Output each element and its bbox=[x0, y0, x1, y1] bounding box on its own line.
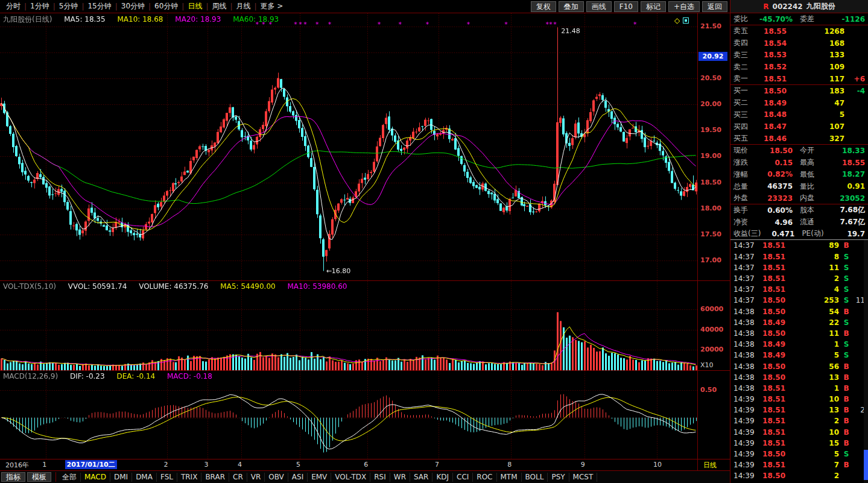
volume-canvas[interactable] bbox=[0, 281, 697, 370]
tick-price: 18.50 bbox=[758, 308, 785, 316]
indicator-dma[interactable]: DMA bbox=[132, 473, 157, 482]
add-favorite-button[interactable]: +自选 bbox=[668, 1, 700, 12]
period-tab-4[interactable]: 15分钟 bbox=[84, 1, 115, 11]
period-tab-3[interactable]: 5分钟 bbox=[55, 1, 82, 11]
diamond-icon[interactable]: ◇ bbox=[674, 16, 680, 25]
restore-window-icon[interactable] bbox=[683, 17, 689, 24]
tick-volume: 2 bbox=[785, 274, 842, 283]
stat-value: 0.471 bbox=[761, 230, 794, 238]
bid-row-3-volume: 5 bbox=[787, 110, 844, 119]
period-tab-1[interactable]: 分时 bbox=[2, 1, 24, 11]
period-tab-10[interactable]: 更多 > bbox=[257, 1, 287, 11]
tick-row: 14:3818.5056B bbox=[730, 361, 868, 371]
macd-axis: 0.50 bbox=[697, 371, 730, 459]
tick-row: 14:3718.518S bbox=[730, 251, 868, 262]
indicator-cr[interactable]: CR bbox=[229, 473, 247, 482]
tick-volume: 11 bbox=[785, 329, 842, 338]
chart-section: 分时|1分钟|5分钟|15分钟|30分钟|60分钟|日线|周线|月线|更多 > … bbox=[0, 0, 730, 483]
draw-line-button[interactable]: 画线 bbox=[586, 1, 612, 12]
month-label: 6 bbox=[364, 461, 368, 469]
price-tick-label: 20.50 bbox=[700, 74, 721, 82]
indicator-trix[interactable]: TRIX bbox=[177, 473, 201, 482]
indicator-roc[interactable]: ROC bbox=[473, 473, 496, 482]
volume-axis: 600004000020000X10 bbox=[697, 281, 730, 370]
indicator-dmi[interactable]: DMI bbox=[110, 473, 132, 482]
volume-tick-label: 20000 bbox=[700, 346, 723, 353]
tick-time: 14:37 bbox=[733, 241, 758, 250]
mark-button[interactable]: 标记 bbox=[641, 1, 666, 12]
bid-row-4-label: 买四 bbox=[733, 122, 759, 132]
indicator-sar[interactable]: SAR bbox=[410, 473, 432, 482]
indicator-obv[interactable]: OBV bbox=[265, 473, 288, 482]
bid-row-3-price: 18.48 bbox=[759, 110, 787, 119]
price-tick-label: 18.00 bbox=[700, 204, 721, 212]
tab-indicators[interactable]: 指标 bbox=[1, 472, 25, 482]
month-label: 9 bbox=[581, 461, 585, 469]
overlay-button[interactable]: 叠加 bbox=[559, 1, 584, 12]
stat-value: 19.7 bbox=[837, 230, 865, 238]
indicator-mtm[interactable]: MTM bbox=[497, 473, 522, 482]
indicator-emv[interactable]: EMV bbox=[308, 473, 331, 482]
indicator-mcst[interactable]: MCST bbox=[569, 473, 598, 482]
tick-price: 18.51 bbox=[758, 253, 785, 261]
stat-label: 现价 bbox=[733, 145, 759, 156]
ask-row-2-price: 18.52 bbox=[759, 63, 787, 71]
macd-canvas[interactable] bbox=[0, 371, 697, 459]
scrollbar-thumb[interactable] bbox=[864, 450, 868, 480]
indicator-macd[interactable]: MACD bbox=[81, 473, 110, 482]
tick-time: 14:38 bbox=[733, 351, 758, 359]
year-label: 2016年 bbox=[5, 461, 29, 470]
tick-price: 18.50 bbox=[758, 296, 785, 305]
stat-row: 外盘23323内盘23052 bbox=[730, 192, 868, 204]
indicator-vr[interactable]: VR bbox=[247, 473, 265, 482]
candlestick-canvas[interactable] bbox=[0, 13, 697, 280]
tick-price: 18.51 bbox=[758, 285, 785, 294]
time-axis: 2016年123456789102017/01/10二 日线 bbox=[0, 459, 730, 470]
tick-volume: 15 bbox=[785, 439, 842, 447]
ask-row-5: 卖五18.551268 bbox=[730, 25, 868, 37]
stat-value: 0.91 bbox=[837, 182, 865, 191]
indicator-wr[interactable]: WR bbox=[390, 473, 410, 482]
indicator-brar[interactable]: BRAR bbox=[201, 473, 229, 482]
indicator-fsl[interactable]: FSL bbox=[157, 473, 177, 482]
stock-code: 002242 bbox=[773, 2, 803, 11]
indicator-cci[interactable]: CCI bbox=[453, 473, 473, 482]
stat-label: PE(动) bbox=[794, 229, 837, 239]
bid-row-4-volume: 107 bbox=[787, 122, 844, 131]
scrollbar[interactable] bbox=[864, 240, 868, 483]
period-tab-5[interactable]: 30分钟 bbox=[118, 1, 148, 11]
period-tab-2[interactable]: 1分钟 bbox=[27, 1, 53, 11]
tick-row: 14:3918.5110B bbox=[730, 394, 868, 405]
chart-corner-icons: ◇ bbox=[674, 16, 689, 25]
bid-row-1-delta: -4 bbox=[844, 87, 865, 95]
tick-price: 18.51 bbox=[758, 417, 785, 425]
indicator-boll[interactable]: BOLL bbox=[522, 473, 548, 482]
tick-time: 14:39 bbox=[733, 417, 758, 425]
indicator-asi[interactable]: ASI bbox=[288, 473, 308, 482]
indicator-vol-tdx[interactable]: VOL-TDX bbox=[331, 473, 370, 482]
time-axis-labels: 2016年123456789102017/01/10二 bbox=[0, 459, 697, 470]
period-tab-8[interactable]: 周线 bbox=[208, 1, 230, 11]
period-tab-7[interactable]: 日线 bbox=[184, 1, 206, 11]
tick-row: 14:3918.517B bbox=[730, 459, 868, 470]
restore-rights-button[interactable]: 复权 bbox=[531, 1, 556, 12]
month-label: 1 bbox=[42, 461, 46, 469]
tick-volume: 4 bbox=[785, 285, 842, 294]
ask-row-1-volume: 117 bbox=[787, 75, 844, 83]
back-button[interactable]: 返回 bbox=[702, 1, 727, 12]
tick-row: 14:3918.505S bbox=[730, 449, 868, 459]
indicator-kdj[interactable]: KDJ bbox=[432, 473, 453, 482]
period-indicator-label: 日线 bbox=[703, 461, 717, 469]
indicator-psy[interactable]: PSY bbox=[548, 473, 569, 482]
f10-button[interactable]: F10 bbox=[614, 1, 638, 12]
stat-label: 今开 bbox=[793, 145, 837, 156]
indicator-全部[interactable]: 全部 bbox=[59, 473, 81, 482]
tick-side: B bbox=[842, 241, 851, 250]
tick-price: 18.49 bbox=[758, 351, 785, 359]
tab-templates[interactable]: 模板 bbox=[27, 472, 51, 482]
ask-row-2-volume: 109 bbox=[787, 63, 844, 71]
period-tab-6[interactable]: 60分钟 bbox=[151, 1, 182, 11]
period-tab-9[interactable]: 月线 bbox=[233, 1, 255, 11]
indicator-rsi[interactable]: RSI bbox=[370, 473, 390, 482]
stat-value: 0.15 bbox=[759, 159, 793, 167]
